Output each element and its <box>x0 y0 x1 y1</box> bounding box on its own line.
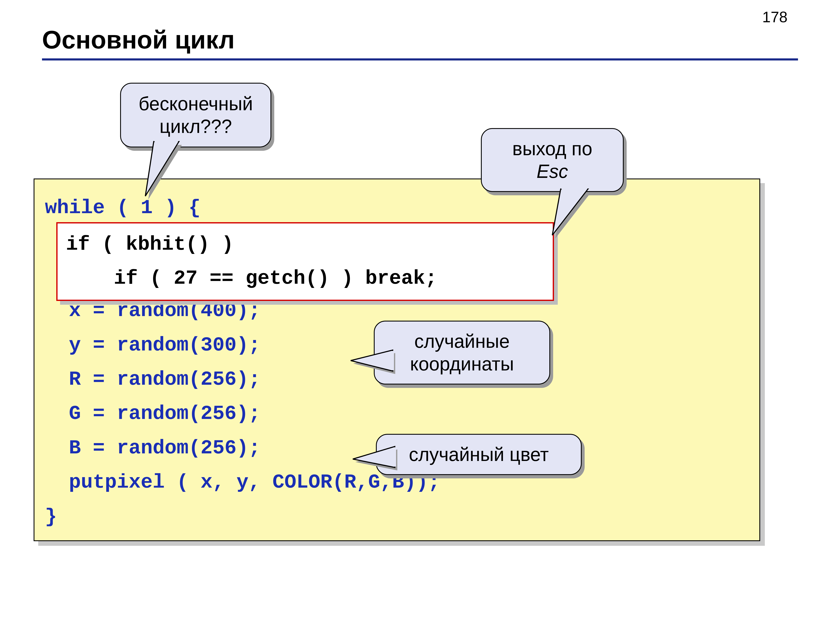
svg-marker-2 <box>154 141 178 142</box>
inner-highlight-box: if ( kbhit() ) if ( 27 == getch() ) brea… <box>56 222 554 301</box>
callout-text: случайные координаты <box>410 331 514 374</box>
slide-title: Основной цикл <box>42 25 798 54</box>
slide: 178 Основной цикл while ( 1 ) { x = rand… <box>0 0 840 630</box>
svg-rect-11 <box>394 447 396 467</box>
callout-exit-esc: выход по Esc <box>481 128 624 192</box>
callout-text: бесконечный цикл??? <box>139 93 253 137</box>
inner-highlight-container: if ( kbhit() ) if ( 27 == getch() ) brea… <box>56 222 554 301</box>
callout-bubble: выход по Esc <box>481 128 624 192</box>
callout-random-coords: случайные координаты <box>374 321 550 385</box>
title-underline <box>42 58 798 60</box>
callout-infinite-loop: бесконечный цикл??? <box>120 83 271 147</box>
svg-marker-4 <box>552 189 588 235</box>
page-number: 178 <box>762 8 788 25</box>
callout-text-line2: Esc <box>537 161 568 182</box>
callout-random-color: случайный цвет <box>376 434 582 475</box>
callout-tail-icon <box>145 142 200 196</box>
callout-bubble: случайные координаты <box>374 321 550 385</box>
svg-marker-1 <box>145 142 179 196</box>
code-inner: if ( kbhit() ) if ( 27 == getch() ) brea… <box>66 233 437 290</box>
callout-text: случайный цвет <box>409 444 549 465</box>
svg-marker-5 <box>561 188 587 189</box>
callout-tail-icon <box>548 189 598 235</box>
callout-tail-icon <box>353 442 395 476</box>
code-line-while: while ( 1 ) { <box>45 197 201 219</box>
svg-rect-8 <box>392 351 394 370</box>
callout-text-line1: выход по <box>512 138 592 159</box>
callout-bubble: случайный цвет <box>376 434 582 475</box>
callout-tail-icon <box>351 346 393 375</box>
callout-bubble: бесконечный цикл??? <box>120 83 271 147</box>
